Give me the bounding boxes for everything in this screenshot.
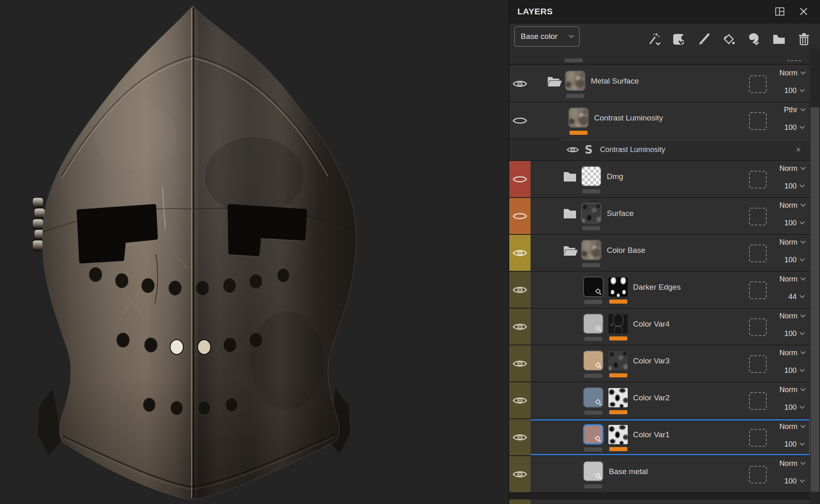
effect-name[interactable]: Contrast Luminosity (600, 145, 665, 154)
blend-mode-dropdown[interactable]: Norm (779, 275, 805, 284)
layer-row-metal-surface[interactable]: Metal Surface Norm 100 (509, 66, 811, 102)
blend-mode-dropdown[interactable]: Norm (779, 459, 805, 468)
remove-effect-icon[interactable]: × (796, 145, 801, 154)
fill-layer-thumbnail[interactable] (583, 387, 604, 408)
opacity-dropdown[interactable]: 100 (784, 477, 804, 486)
mask-placeholder[interactable] (749, 318, 767, 336)
opacity-dropdown[interactable]: 100 (784, 440, 804, 449)
layer-row-color-var2[interactable]: Color Var2 Norm 100 (509, 382, 811, 419)
visibility-toggle[interactable] (509, 456, 531, 492)
layer-name[interactable]: Color Var3 (633, 350, 670, 372)
visibility-toggle[interactable] (509, 161, 531, 197)
layer-name[interactable]: Color Var2 (633, 387, 670, 409)
add-fill-layer-icon[interactable] (672, 32, 686, 46)
add-smart-material-icon[interactable] (747, 32, 761, 46)
layer-name[interactable]: Surface (607, 203, 633, 224)
blend-mode-dropdown[interactable]: Pthr (784, 106, 805, 114)
open-folder-icon[interactable] (547, 75, 562, 87)
mask-placeholder[interactable] (749, 171, 767, 188)
visibility-toggle[interactable] (509, 235, 531, 271)
mask-thumbnail[interactable] (608, 314, 628, 334)
visibility-toggle[interactable] (509, 272, 531, 308)
visibility-toggle[interactable] (509, 198, 531, 234)
layer-thumbnail[interactable] (581, 240, 601, 260)
add-group-icon[interactable] (772, 32, 786, 46)
mask-thumbnail[interactable] (608, 388, 628, 407)
channel-selector-dropdown[interactable]: Base color (514, 26, 580, 47)
layer-row-base-metal[interactable]: Base metal Norm 100 (509, 456, 811, 493)
mask-thumbnail[interactable] (608, 277, 628, 297)
layer-row-dmg[interactable]: Dmg Norm 100 (509, 161, 811, 198)
visibility-toggle[interactable] (509, 102, 531, 138)
mask-placeholder[interactable] (749, 208, 767, 225)
mask-placeholder[interactable] (749, 466, 767, 484)
mask-placeholder[interactable] (749, 282, 767, 299)
layer-name[interactable]: Dmg (607, 166, 623, 187)
fill-layer-thumbnail[interactable] (583, 350, 604, 371)
visibility-toggle[interactable] (509, 345, 531, 381)
delete-icon[interactable] (797, 32, 811, 46)
effect-row-contrast-luminosity[interactable]: S Contrast Luminosity × (509, 139, 811, 161)
viewport-3d[interactable] (0, 0, 508, 504)
blend-mode-dropdown[interactable]: Norm (779, 312, 805, 320)
layer-row-darker-edges[interactable]: Darker Edges Norm 44 (509, 272, 811, 309)
layer-name[interactable]: Darker Edges (633, 277, 681, 298)
opacity-dropdown[interactable]: 100 (784, 256, 804, 264)
opacity-dropdown[interactable]: 100 (784, 329, 804, 338)
layer-name[interactable]: Color Var4 (633, 313, 670, 335)
layer-thumbnail[interactable] (568, 107, 589, 128)
blend-mode-dropdown[interactable]: Norm (779, 164, 805, 173)
opacity-dropdown[interactable]: 100 (784, 86, 804, 95)
layer-row-color-base[interactable]: Color Base Norm 100 (509, 235, 811, 272)
mask-placeholder[interactable] (749, 392, 767, 410)
mask-placeholder[interactable] (749, 355, 767, 373)
layer-row-color-var4[interactable]: Color Var4 Norm 100 (509, 309, 811, 345)
opacity-dropdown[interactable]: 100 (784, 123, 804, 132)
mask-placeholder[interactable] (749, 75, 767, 93)
blend-mode-dropdown[interactable]: Norm (779, 386, 805, 394)
mask-placeholder[interactable] (749, 112, 767, 130)
blend-mode-dropdown[interactable]: Norm (779, 69, 805, 77)
layer-name[interactable]: Contrast Luminosity (594, 107, 663, 129)
closed-folder-icon[interactable] (563, 207, 578, 220)
add-paint-layer-icon[interactable] (697, 32, 711, 46)
visibility-toggle[interactable] (509, 419, 531, 455)
layer-name[interactable]: Metal Surface (591, 70, 639, 92)
layer-name[interactable]: Base metal (609, 461, 648, 482)
close-icon[interactable] (799, 7, 809, 16)
panel-layout-icon[interactable] (775, 7, 785, 16)
layer-name[interactable]: Color Base (607, 240, 645, 261)
mask-placeholder[interactable] (749, 245, 767, 262)
mask-thumbnail[interactable] (608, 351, 628, 370)
visibility-toggle[interactable] (509, 382, 531, 418)
visibility-toggle[interactable] (509, 309, 531, 345)
mask-placeholder[interactable] (749, 429, 767, 447)
fill-layer-thumbnail[interactable] (583, 277, 604, 297)
layer-thumbnail[interactable] (565, 70, 585, 91)
closed-folder-icon[interactable] (563, 170, 578, 183)
opacity-dropdown[interactable]: 100 (784, 403, 804, 412)
layer-row-contrast-luminosity[interactable]: Contrast Luminosity Pthr 100 (509, 102, 811, 139)
scrollbar-thumb[interactable] (811, 107, 819, 492)
blend-mode-dropdown[interactable]: Norm (779, 238, 805, 247)
visibility-toggle[interactable] (509, 66, 531, 102)
opacity-dropdown[interactable]: 100 (784, 366, 804, 375)
blend-mode-dropdown[interactable]: Norm (779, 349, 805, 357)
layer-name[interactable]: Color Var1 (633, 424, 670, 445)
opacity-dropdown[interactable]: 100 (784, 182, 804, 191)
opacity-dropdown[interactable]: 44 (788, 293, 804, 301)
layer-list-scrollbar[interactable] (810, 48, 820, 504)
add-effect-icon[interactable] (647, 32, 661, 46)
layer-thumbnail[interactable] (581, 203, 601, 223)
blend-mode-dropdown[interactable]: Norm (779, 422, 805, 431)
open-folder-icon[interactable] (563, 244, 578, 257)
fill-layer-thumbnail[interactable] (583, 461, 604, 481)
layer-row-color-var3[interactable]: Color Var3 Norm 100 (509, 345, 811, 382)
eye-visible-icon[interactable] (567, 145, 579, 154)
layer-row-color-var1-selected[interactable]: Color Var1 Norm 100 (509, 419, 811, 456)
fill-layer-thumbnail[interactable] (583, 424, 604, 445)
paint-bucket-icon[interactable] (722, 32, 736, 46)
blend-mode-dropdown[interactable]: Norm (779, 201, 805, 210)
layer-row-surface[interactable]: Surface Norm 100 (509, 198, 811, 235)
layer-thumbnail[interactable] (581, 166, 601, 186)
